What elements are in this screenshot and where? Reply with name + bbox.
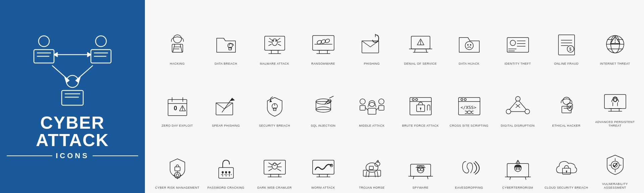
svg-rect-106 <box>360 106 365 110</box>
security-breach-label: SECURITY BREACH <box>259 124 290 128</box>
hacking-icon <box>162 30 193 60</box>
svg-point-209 <box>516 168 517 170</box>
icon-row-3: CYBER RISK MANAGEMENT * * * * PASSWORD C… <box>153 130 639 190</box>
icon-item-spyware: SPYWARE <box>396 130 445 190</box>
svg-marker-18 <box>76 77 80 82</box>
title-block: CYBER ATTACK ICONS <box>0 110 145 167</box>
brute-force-label: BRUTE FORCE ATTACK <box>402 124 439 128</box>
svg-text:0: 0 <box>174 105 177 112</box>
icon-item-spear-phishing: SPEAR PHISHING <box>202 68 250 127</box>
svg-point-0 <box>39 36 49 47</box>
cloud-security-icon <box>551 154 582 184</box>
svg-rect-84 <box>168 100 187 116</box>
svg-line-174 <box>277 163 281 165</box>
icon-item-malware: MALWARE ATTACK <box>250 6 299 65</box>
svg-point-39 <box>275 40 277 42</box>
svg-point-4 <box>96 36 106 47</box>
svg-point-38 <box>273 40 274 42</box>
svg-point-31 <box>272 39 277 46</box>
svg-point-158 <box>225 171 227 173</box>
subtitle: ICONS <box>56 151 89 160</box>
data-breach-icon <box>211 30 241 60</box>
svg-point-132 <box>525 109 530 114</box>
svg-rect-63 <box>507 38 529 52</box>
online-fraud-label: ONLINE FRAUD <box>554 62 579 66</box>
svg-point-105 <box>360 99 365 104</box>
svg-line-37 <box>278 44 281 46</box>
svg-rect-96 <box>273 108 276 111</box>
hero-illustration <box>25 26 119 107</box>
svg-point-64 <box>510 40 516 46</box>
hacking-label: HACKING <box>170 62 185 66</box>
icon-row-1: HACKING DATA BREACH <box>153 6 639 65</box>
identity-theft-icon <box>503 30 533 60</box>
eavesdropping-label: EAVESDROPPING <box>455 186 483 190</box>
ethical-hacker-icon <box>551 92 582 122</box>
worm-icon <box>308 154 338 184</box>
icon-row-2: 0 ZERO DAY EXPLOIT SPEAR PHISH <box>153 68 639 127</box>
svg-point-115 <box>412 99 414 101</box>
xss-label: CROSS SITE SCRIPTING <box>449 124 488 128</box>
icon-item-worm: WORM ATTACK <box>299 130 347 190</box>
svg-point-157 <box>222 171 224 173</box>
svg-point-169 <box>272 163 277 169</box>
svg-line-128 <box>465 113 467 114</box>
svg-line-35 <box>278 42 281 42</box>
icon-item-middle-attack: MIDDLE ATTACK <box>347 68 396 127</box>
cyber-risk-label: CYBER RISK MANAGEMENT <box>155 186 199 190</box>
right-panel: HACKING DATA BREACH <box>145 0 644 193</box>
svg-rect-110 <box>368 108 376 114</box>
svg-line-206 <box>510 177 511 180</box>
icon-item-brute-force: BRUTE FORCE ATTACK <box>396 68 445 127</box>
apt-label: ADVANCED PERSISTENT THREAT <box>591 120 639 128</box>
icon-item-xss: </XSS> CROSS SITE SCRIPTING <box>445 68 493 127</box>
data-hijack-label: DATA HIJACK <box>459 62 479 66</box>
brute-force-icon <box>406 92 436 122</box>
svg-rect-113 <box>410 98 431 115</box>
divider: ICONS <box>7 151 138 160</box>
worm-label: WORM ATTACK <box>311 186 335 190</box>
svg-marker-188 <box>377 160 379 162</box>
svg-point-201 <box>418 168 421 171</box>
svg-line-34 <box>269 42 271 42</box>
svg-point-184 <box>331 164 332 165</box>
ransomware-label: RANSOMWARE <box>311 62 335 66</box>
icon-item-security-breach: SECURITY BREACH <box>250 68 299 127</box>
trojan-icon <box>357 154 387 184</box>
password-cracking-icon: * * * * <box>211 154 241 184</box>
svg-line-127 <box>471 111 473 112</box>
svg-line-111 <box>365 108 368 110</box>
svg-point-151 <box>176 174 179 177</box>
svg-marker-9 <box>88 53 91 57</box>
svg-point-60 <box>465 42 473 50</box>
icon-item-dark-web: DARK WEB CRAWLER <box>250 130 299 190</box>
icon-item-online-fraud: $ ONLINE FRAUD <box>542 6 591 65</box>
icon-item-identity-theft: IDENTITY THEFT <box>493 6 542 65</box>
dos-label: DENIAL OF SERVICE <box>404 62 437 66</box>
svg-rect-185 <box>363 170 381 176</box>
svg-text:</XSS>: </XSS> <box>461 105 476 110</box>
main-title: CYBER ATTACK <box>7 114 138 149</box>
sql-label: SQL INJECTION <box>311 124 335 128</box>
svg-point-19 <box>173 35 181 43</box>
icon-item-data-breach: DATA BREACH <box>202 6 250 65</box>
data-breach-label: DATA BREACH <box>215 62 237 66</box>
cyberterrorism-label: CYBERTERRORISM <box>502 186 533 190</box>
spyware-icon <box>406 154 436 184</box>
icon-item-internet-threat: INTERNET THREAT <box>591 6 639 65</box>
svg-point-159 <box>228 171 230 173</box>
vulnerability-label: VULNERABILITY ASSESSMENT <box>591 182 639 190</box>
svg-point-131 <box>506 109 511 114</box>
icon-item-trojan: TROJAN HORSE <box>347 130 396 190</box>
icon-item-cloud-security: CLOUD SECURITY BREACH <box>542 130 591 190</box>
svg-point-123 <box>464 99 466 101</box>
svg-point-130 <box>516 96 520 101</box>
data-hijack-icon <box>454 30 484 60</box>
phishing-icon <box>357 30 387 60</box>
svg-rect-149 <box>175 167 180 171</box>
dark-web-label: DARK WEB CRAWLER <box>257 186 292 190</box>
xss-icon: </XSS> <box>454 92 484 122</box>
svg-point-59 <box>420 43 421 44</box>
svg-point-183 <box>330 164 331 165</box>
icon-item-hacking: HACKING <box>153 6 202 65</box>
